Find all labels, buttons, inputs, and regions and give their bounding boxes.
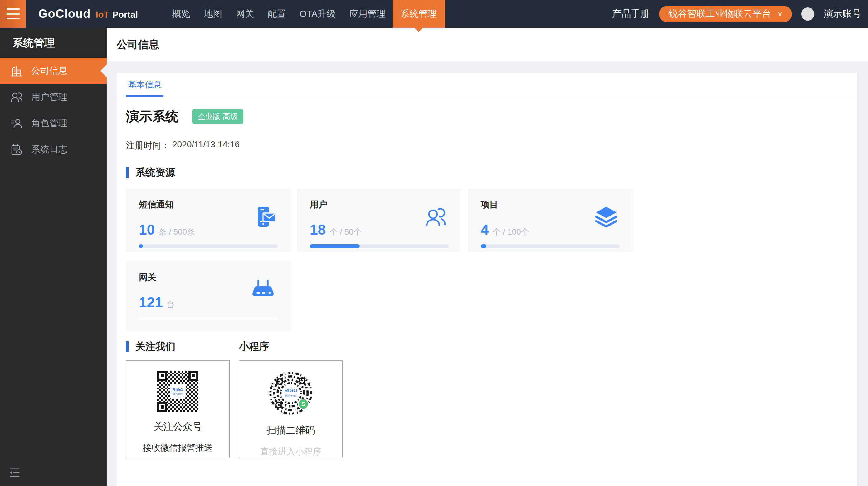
mini-program-column: 小程序 [239, 340, 343, 458]
users-progress [310, 244, 449, 248]
qr-caption: 关注公众号 [154, 420, 202, 433]
gateway-count: 121 [139, 294, 163, 311]
resources-section-header: 系统资源 [126, 166, 848, 180]
mini-program-qr-code: RIGO 锐合智联 S [268, 371, 314, 416]
company-info-card: 基本信息 演示系统 企业版-高级 注册时间： 2020/11/13 14:16 … [117, 73, 857, 486]
platform-selector[interactable]: 锐谷智联工业物联云平台 ∨ [659, 6, 792, 22]
svg-text:锐合智联: 锐合智联 [285, 394, 297, 398]
nav-apps[interactable]: 应用管理 [343, 0, 393, 28]
mini-program-green-badge: S [298, 399, 309, 409]
log-icon [9, 143, 24, 156]
edition-badge: 企业版-高级 [192, 109, 243, 124]
logo-portal: Portal [112, 10, 138, 20]
sidebar-item-label: 公司信息 [31, 65, 67, 77]
projects-progress [481, 244, 620, 248]
svg-text:S: S [301, 401, 305, 407]
sidebar-item-label: 系统日志 [31, 143, 67, 156]
sidebar-title: 系统管理 [0, 28, 107, 58]
users-icon [424, 205, 448, 230]
platform-name: 锐谷智联工业物联云平台 [668, 7, 771, 20]
logo-iot: IoT [95, 10, 109, 20]
tab-bar: 基本信息 [117, 73, 857, 97]
top-nav: 概览 地图 网关 配置 OTA升级 应用管理 系统管理 [165, 0, 444, 28]
sidebar-item-company-info[interactable]: 公司信息 [0, 58, 107, 84]
app-logo: GoCloud IoT Portal [38, 7, 138, 21]
collapse-outdent-icon [8, 467, 21, 478]
nav-overview[interactable]: 概览 [165, 0, 197, 28]
content: 基本信息 演示系统 企业版-高级 注册时间： 2020/11/13 14:16 … [107, 61, 868, 486]
top-bar: GoCloud IoT Portal 概览 地图 网关 配置 OTA升级 应用管… [0, 0, 868, 28]
hamburger-icon [6, 8, 20, 10]
section-accent-bar [126, 167, 128, 178]
stats-row-2: 网关 121 台 [126, 262, 848, 331]
section-accent-bar [126, 341, 128, 352]
qr-caption: 扫描二维码 [267, 424, 315, 437]
page-title: 公司信息 [117, 37, 159, 52]
follow-us-column: 关注我们 RIGO 锐合智联 [126, 340, 230, 458]
qr-code: RIGO 锐合智联 [157, 371, 198, 412]
qr-description: 直接进入小程序 [260, 446, 321, 458]
qr-description: 接收微信报警推送 [143, 442, 213, 454]
rigo-logo: RIGO 锐合智联 [170, 384, 185, 399]
mini-program-qr-card: RIGO 锐合智联 S 扫描二维码 直接进入小程序 [239, 361, 343, 458]
project-count: 4 [481, 221, 489, 238]
avatar[interactable] [801, 7, 814, 21]
stat-card-projects: 项目 4 个 / 100个 [468, 189, 632, 252]
register-time-label: 注册时间： [126, 140, 170, 151]
building-icon [9, 64, 24, 78]
nav-config[interactable]: 配置 [261, 0, 293, 28]
gateway-router-icon [250, 278, 277, 303]
logo-gocloud: GoCloud [38, 7, 91, 21]
account-name[interactable]: 演示账号 [824, 7, 861, 20]
sidebar-item-label: 用户管理 [31, 91, 67, 104]
chevron-down-icon: ∨ [777, 10, 782, 18]
users-icon [9, 90, 24, 104]
product-manual-link[interactable]: 产品手册 [612, 7, 650, 20]
qr-area: 关注我们 RIGO 锐合智联 [126, 340, 848, 458]
company-row: 演示系统 企业版-高级 [126, 108, 848, 125]
sms-count: 10 [139, 221, 155, 238]
sidebar-item-label: 角色管理 [31, 117, 67, 130]
svg-text:RIGO: RIGO [284, 388, 297, 393]
sidebar: 系统管理 公司信息 用户管理 角色管理 [0, 28, 107, 486]
nav-ota[interactable]: OTA升级 [293, 0, 342, 28]
page-header: 公司信息 [107, 28, 868, 61]
nav-map[interactable]: 地图 [197, 0, 229, 28]
role-icon [9, 116, 24, 130]
stat-card-sms: 短信通知 10 条 / 500条 [126, 189, 290, 252]
sidebar-item-user-management[interactable]: 用户管理 [0, 84, 107, 110]
layers-icon [593, 205, 619, 230]
stat-card-gateway: 网关 121 台 [126, 262, 290, 331]
register-time-value: 2020/11/13 14:16 [172, 140, 240, 151]
sms-progress [139, 244, 278, 248]
mini-program-header: 小程序 [239, 340, 343, 353]
sidebar-item-role-management[interactable]: 角色管理 [0, 110, 107, 137]
follow-us-header: 关注我们 [126, 340, 230, 353]
stat-card-users: 用户 18 个 / 50个 [297, 189, 461, 252]
gateway-progress [139, 317, 278, 321]
nav-gateway[interactable]: 网关 [229, 0, 261, 28]
stats-row-1: 短信通知 10 条 / 500条 [126, 189, 848, 252]
topbar-right: 产品手册 锐谷智联工业物联云平台 ∨ 演示账号 [612, 6, 861, 22]
user-count: 18 [310, 221, 326, 238]
sidebar-item-system-log[interactable]: 系统日志 [0, 137, 107, 163]
tab-basic-info[interactable]: 基本信息 [126, 79, 163, 97]
sidebar-collapse-button[interactable] [8, 467, 21, 479]
sms-phone-icon [253, 205, 277, 230]
register-time-row: 注册时间： 2020/11/13 14:16 [126, 140, 848, 151]
nav-system-admin[interactable]: 系统管理 [393, 0, 445, 28]
public-account-qr-card: RIGO 锐合智联 关注公众号 接收微信报警推送 [126, 361, 230, 458]
main-area: 公司信息 基本信息 演示系统 企业版-高级 注册时间： 2020/11/13 1… [107, 28, 868, 486]
menu-toggle-button[interactable] [0, 0, 26, 28]
card-body: 演示系统 企业版-高级 注册时间： 2020/11/13 14:16 系统资源 … [117, 108, 857, 477]
company-name: 演示系统 [126, 108, 179, 125]
